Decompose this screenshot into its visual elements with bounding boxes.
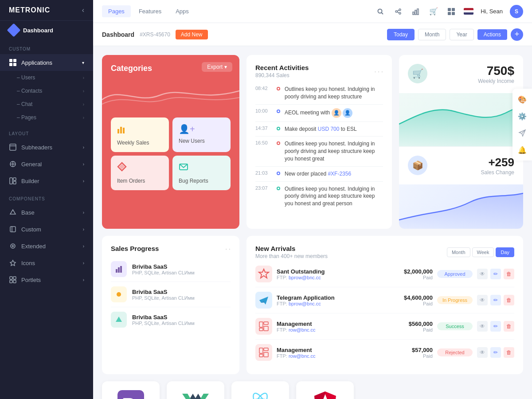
- notification-icon[interactable]: 🔔: [516, 144, 528, 156]
- sidebar-item-chat[interactable]: – Chat›: [0, 98, 93, 111]
- stats-card: 🛒 750$ Weekly Income: [399, 55, 523, 229]
- sidebar-item-builder[interactable]: Builder ›: [0, 172, 93, 189]
- sidebar-item-base[interactable]: Base ›: [0, 204, 93, 221]
- collapse-icon[interactable]: ‹: [82, 6, 84, 14]
- stats-avatar: 🛒: [408, 64, 427, 83]
- row-2: Sales Progress · · Briviba SaaS PHP, SQL…: [102, 236, 523, 374]
- top-nav: Pages Features Apps 🛒 Hi, Sean S: [93, 0, 532, 23]
- week-filter-button[interactable]: Week: [472, 247, 494, 257]
- sidebar-item-subheaders[interactable]: Subheaders ›: [0, 139, 93, 156]
- mini-card-new-users[interactable]: 👤+ New Users: [172, 117, 231, 152]
- arrival-actions: 👁 ✏ 🗑: [477, 295, 514, 305]
- top-nav-right: 🛒 Hi, Sean S: [375, 5, 523, 18]
- flag-icon[interactable]: [464, 8, 473, 15]
- view-icon[interactable]: 👁: [477, 347, 488, 358]
- react-logo[interactable]: [231, 381, 289, 399]
- activity-dot: [277, 110, 280, 113]
- month-button[interactable]: Month: [418, 29, 446, 40]
- arrival-name: Management: [277, 321, 388, 327]
- user-avatar[interactable]: S: [510, 5, 523, 18]
- arrow-icon: ›: [83, 145, 84, 150]
- angular-logo[interactable]: [296, 381, 354, 399]
- view-icon[interactable]: 👁: [477, 269, 488, 279]
- page-title: Dashboard: [102, 31, 134, 38]
- add-button[interactable]: +: [511, 28, 523, 41]
- diamond-icon: [7, 23, 20, 37]
- sidebar-item-custom[interactable]: Custom ›: [0, 221, 93, 238]
- status-badge: Rejected: [437, 348, 473, 356]
- progress-name: Briviba SaaS: [132, 314, 231, 321]
- sales-change-label: Sales Change: [481, 169, 514, 176]
- add-new-button[interactable]: Add New: [176, 30, 208, 39]
- arrow-icon: ›: [83, 261, 84, 266]
- palette-icon[interactable]: 🎨: [516, 93, 528, 106]
- vue-logo[interactable]: [167, 381, 224, 399]
- activity-dot: [277, 187, 280, 190]
- svg-line-23: [382, 12, 383, 14]
- arrival-actions: 👁 ✏ 🗑: [477, 269, 514, 279]
- delete-icon[interactable]: 🗑: [504, 295, 514, 305]
- chart-icon[interactable]: [411, 6, 421, 17]
- mini-card-item-orders[interactable]: Item Orders: [111, 156, 169, 190]
- settings-icon[interactable]: ⚙️: [516, 110, 528, 122]
- svg-rect-10: [13, 178, 16, 180]
- sidebar-item-dashboard[interactable]: Dashboard: [0, 21, 93, 39]
- arrival-row: Telegram Application FTP: bprow@bnc.cc $…: [255, 287, 514, 313]
- delete-icon[interactable]: 🗑: [504, 269, 514, 279]
- edit-icon[interactable]: ✏: [490, 347, 501, 358]
- svg-rect-9: [10, 178, 12, 184]
- sidebar-item-pages[interactable]: – Pages›: [0, 111, 93, 124]
- mini-card-bug-reports[interactable]: Bug Reports: [172, 156, 231, 190]
- mini-card-weekly-sales[interactable]: Weekly Sales: [111, 117, 169, 152]
- sidebar-item-contacts[interactable]: – Contacts›: [0, 84, 93, 98]
- categories-title: Categories: [111, 64, 152, 73]
- sidebar-item-icons[interactable]: Icons ›: [0, 254, 93, 271]
- sales-progress-card: Sales Progress · · Briviba SaaS PHP, SQL…: [102, 236, 239, 374]
- export-button[interactable]: Export ▾: [202, 62, 232, 72]
- svg-point-24: [399, 9, 401, 11]
- actions-button[interactable]: Actions: [477, 29, 507, 40]
- arrivals-filters: Month Week Day: [447, 247, 514, 257]
- progress-row: Briviba SaaS PHP, SQLite, Artisan CLИмм: [111, 257, 231, 282]
- order-link[interactable]: #XF-2356: [328, 171, 351, 177]
- card-menu[interactable]: · · ·: [375, 68, 383, 75]
- bootstrap-logo[interactable]: B: [102, 381, 160, 399]
- view-icon[interactable]: 👁: [477, 321, 488, 332]
- sidebar-item-applications[interactable]: Applications ▾: [0, 54, 93, 71]
- edit-icon[interactable]: ✏: [490, 321, 501, 332]
- delete-icon[interactable]: 🗑: [504, 321, 514, 332]
- svg-rect-50: [264, 326, 268, 331]
- month-filter-button[interactable]: Month: [447, 247, 470, 257]
- tab-features[interactable]: Features: [133, 5, 168, 17]
- sidebar-item-portlets[interactable]: Portlets ›: [0, 271, 93, 288]
- svg-line-27: [397, 12, 399, 13]
- activity-dot: [277, 87, 280, 90]
- sidebar-item-users[interactable]: – Users›: [0, 71, 93, 84]
- today-button[interactable]: Today: [387, 29, 415, 40]
- sidebar-item-general[interactable]: General ›: [0, 156, 93, 172]
- year-button[interactable]: Year: [450, 29, 473, 40]
- grid-icon[interactable]: [446, 6, 457, 17]
- activities-title: Recent Activities: [255, 64, 309, 71]
- edit-icon[interactable]: ✏: [490, 295, 501, 305]
- svg-text:B: B: [123, 394, 135, 399]
- deposit-link[interactable]: USD 700: [318, 126, 340, 132]
- tab-pages[interactable]: Pages: [102, 5, 131, 17]
- cart-icon[interactable]: 🛒: [428, 6, 439, 17]
- sidebar-item-extended[interactable]: Extended ›: [0, 238, 93, 254]
- section-layout: LAYOUT: [0, 124, 93, 139]
- share-icon[interactable]: [393, 6, 403, 17]
- delete-icon[interactable]: 🗑: [504, 347, 514, 358]
- edit-icon[interactable]: ✏: [490, 269, 501, 279]
- svg-marker-46: [116, 317, 122, 322]
- search-icon[interactable]: [375, 6, 386, 17]
- tab-apps[interactable]: Apps: [169, 5, 195, 17]
- wave-chart: [102, 78, 239, 113]
- day-filter-button[interactable]: Day: [496, 247, 514, 257]
- card-menu[interactable]: · ·: [225, 245, 231, 252]
- arrival-ftp: bprow@bnc.cc: [289, 275, 321, 280]
- send-icon[interactable]: [516, 127, 528, 139]
- svg-rect-33: [452, 8, 455, 11]
- progress-tech: PHP, SQLite, Artisan CLИмм: [132, 270, 231, 275]
- view-icon[interactable]: 👁: [477, 295, 488, 305]
